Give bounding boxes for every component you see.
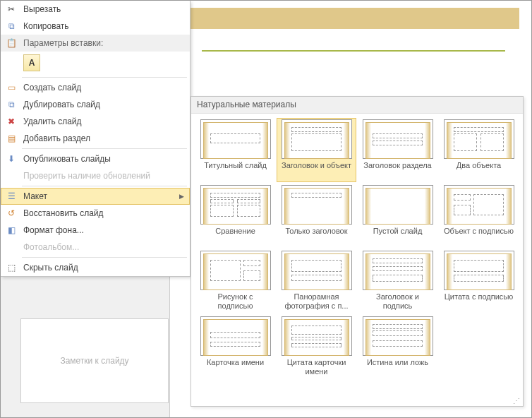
- layout-label: Цитата с подписью: [444, 292, 514, 312]
- layout-title-caption[interactable]: Заголовок и подпись: [358, 249, 437, 314]
- layout-thumbnail: [282, 119, 352, 159]
- slide-canvas-preview: [174, 8, 519, 92]
- hide-icon: ⬚: [5, 261, 18, 274]
- layout-label: Цитата карточки имени: [282, 358, 352, 378]
- layout-label: Рисунок с подписью: [200, 292, 271, 312]
- separator: [22, 148, 187, 149]
- menu-format-label: Формат фона...: [23, 225, 184, 235]
- new-slide-icon: ▭: [5, 81, 18, 94]
- menu-hide-label: Скрыть слайд: [23, 263, 184, 273]
- menu-paste-label: Параметры вставки:: [23, 38, 184, 48]
- layout-title-content[interactable]: Заголовок и объект: [277, 118, 356, 182]
- reset-icon: ↺: [5, 207, 18, 220]
- menu-publish-slides[interactable]: ⬇ Опубликовать слайды: [1, 150, 190, 167]
- notes-pane[interactable]: Заметки к слайду: [20, 318, 169, 403]
- menu-layout-label: Макет: [23, 191, 179, 201]
- format-bg-icon: ◧: [5, 224, 18, 237]
- layout-thumbnail: [444, 119, 514, 159]
- layout-thumbnail: [200, 185, 271, 225]
- layout-title-only[interactable]: Только заголовок: [277, 184, 356, 248]
- menu-section-label: Добавить раздел: [23, 133, 184, 143]
- layout-label: Истина или ложь: [363, 358, 433, 378]
- publish-icon: ⬇: [5, 153, 18, 165]
- menu-new-slide-label: Создать слайд: [23, 83, 184, 92]
- menu-check-updates: Проверить наличие обновлений: [1, 167, 190, 184]
- layout-true-false[interactable]: Истина или ложь: [358, 315, 437, 379]
- delete-icon: ✖: [5, 115, 18, 128]
- layout-name-card[interactable]: Карточка имени: [195, 315, 275, 379]
- layout-label: Заголовок и подпись: [363, 292, 433, 312]
- menu-hide-slide[interactable]: ⬚ Скрыть слайд: [1, 259, 190, 276]
- section-icon: ▤: [5, 132, 18, 145]
- layout-label: Титульный слайд: [200, 161, 271, 181]
- layout-label: Заголовок и объект: [282, 161, 352, 181]
- menu-paste-options: 📋 Параметры вставки:: [1, 35, 190, 52]
- layout-icon: ☰: [5, 190, 18, 203]
- layout-quote-name[interactable]: Цитата карточки имени: [277, 315, 356, 379]
- layout-content-caption[interactable]: Объект с подписью: [439, 184, 519, 248]
- menu-album-label: Фотоальбом...: [23, 242, 184, 252]
- layout-thumbnail: [282, 185, 352, 225]
- menu-add-section[interactable]: ▤ Добавить раздел: [1, 130, 190, 147]
- layout-panoramic[interactable]: Панорамная фотография с п...: [277, 249, 356, 314]
- separator: [22, 186, 187, 186]
- menu-format-bg[interactable]: ◧ Формат фона...: [1, 222, 190, 239]
- menu-reset-slide[interactable]: ↺ Восстановить слайд: [1, 205, 190, 222]
- layout-thumbnail: [200, 316, 271, 356]
- layout-thumbnail: [363, 119, 433, 159]
- copy-icon: ⧉: [5, 20, 18, 32]
- menu-copy[interactable]: ⧉ Копировать: [1, 18, 190, 35]
- layout-thumbnail: [282, 316, 352, 356]
- layout-gallery: Натуральные материалы Титульный слайдЗаг…: [191, 96, 524, 407]
- layout-thumbnail: [444, 251, 514, 290]
- layout-label: Карточка имени: [200, 358, 271, 378]
- gallery-grid: Титульный слайдЗаголовок и объектЗаголов…: [191, 114, 523, 383]
- menu-cut-label: Вырезать: [23, 4, 184, 14]
- layout-label: Сравнение: [200, 227, 271, 246]
- separator: [22, 77, 187, 78]
- menu-delete-slide[interactable]: ✖ Удалить слайд: [1, 113, 190, 130]
- layout-pic-caption[interactable]: Рисунок с подписью: [195, 249, 275, 314]
- layout-thumbnail: [363, 251, 433, 290]
- menu-publish-label: Опубликовать слайды: [23, 154, 184, 164]
- duplicate-icon: ⧉: [5, 98, 18, 111]
- context-menu: ✂ Вырезать ⧉ Копировать 📋 Параметры вста…: [1, 1, 191, 277]
- layout-section[interactable]: Заголовок раздела: [358, 118, 437, 182]
- layout-blank[interactable]: Пустой слайд: [358, 184, 437, 248]
- menu-updates-label: Проверить наличие обновлений: [23, 171, 184, 181]
- layout-comparison[interactable]: Сравнение: [195, 184, 275, 248]
- paste-keep-text-button[interactable]: A: [23, 54, 40, 71]
- updates-icon: [5, 169, 18, 182]
- layout-quote-caption[interactable]: Цитата с подписью: [439, 249, 519, 314]
- gallery-theme-header: Натуральные материалы: [191, 97, 523, 114]
- layout-label: Панорамная фотография с п...: [282, 292, 352, 312]
- layout-thumbnail: [444, 185, 514, 225]
- chevron-right-icon: ▶: [179, 193, 184, 200]
- layout-thumbnail: [200, 251, 271, 290]
- layout-two-content[interactable]: Два объекта: [439, 118, 519, 182]
- layout-title[interactable]: Титульный слайд: [195, 118, 275, 182]
- paste-icon: 📋: [5, 37, 18, 49]
- paste-options-row: A: [1, 52, 190, 76]
- resize-grip-icon[interactable]: ⋰: [513, 397, 520, 405]
- separator: [22, 257, 187, 258]
- menu-copy-label: Копировать: [23, 21, 184, 31]
- menu-cut[interactable]: ✂ Вырезать: [1, 1, 190, 18]
- menu-layout[interactable]: ☰ Макет ▶: [1, 188, 190, 205]
- layout-label: Объект с подписью: [444, 227, 514, 246]
- menu-reset-label: Восстановить слайд: [23, 208, 184, 218]
- layout-label: Только заголовок: [282, 227, 352, 246]
- menu-new-slide[interactable]: ▭ Создать слайд: [1, 79, 190, 96]
- menu-duplicate-slide[interactable]: ⧉ Дублировать слайд: [1, 96, 190, 113]
- layout-thumbnail: [282, 251, 352, 290]
- layout-thumbnail: [363, 185, 433, 225]
- menu-delete-label: Удалить слайд: [23, 117, 184, 126]
- layout-label: Пустой слайд: [363, 227, 433, 246]
- menu-photo-album: Фотоальбом...: [1, 239, 190, 256]
- layout-thumbnail: [200, 119, 271, 159]
- album-icon: [5, 241, 18, 253]
- layout-label: Два объекта: [444, 161, 514, 181]
- layout-label: Заголовок раздела: [363, 161, 433, 181]
- cut-icon: ✂: [5, 3, 18, 16]
- layout-thumbnail: [363, 316, 433, 356]
